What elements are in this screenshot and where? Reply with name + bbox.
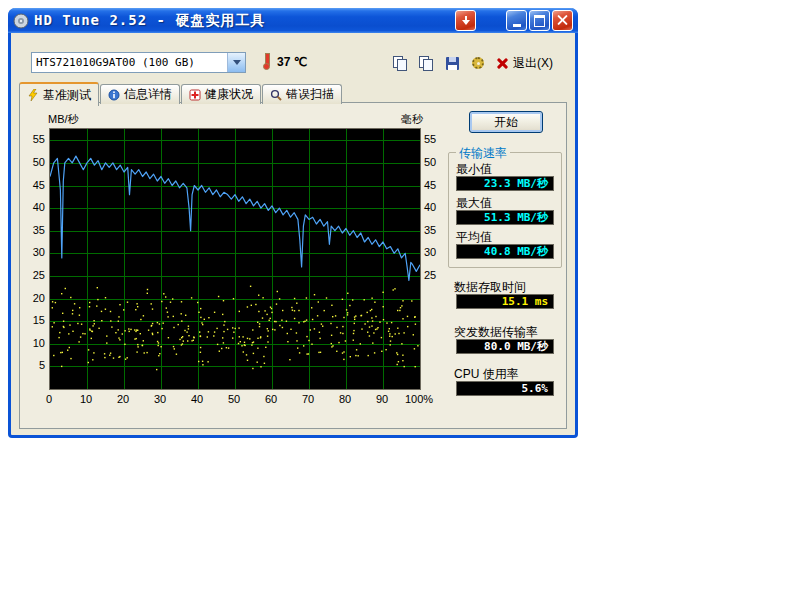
x-axis-tick: 90 bbox=[376, 393, 388, 405]
magnifier-icon bbox=[270, 89, 282, 101]
exit-label: 退出(X) bbox=[513, 55, 553, 72]
y-axis-tick-left: 10 bbox=[33, 337, 45, 349]
x-axis-tick: 0 bbox=[46, 393, 52, 405]
window-title: HD Tune 2.52 - 硬盘实用工具 bbox=[34, 12, 265, 30]
copy-icon bbox=[393, 56, 407, 71]
thermometer-icon bbox=[263, 53, 270, 70]
app-icon bbox=[13, 13, 29, 29]
y-axis-tick-left: 30 bbox=[33, 246, 45, 258]
tab-strip: 基准测试 信息详情 健康状况 错误扫描 bbox=[19, 82, 342, 106]
right-axis-title: 毫秒 bbox=[401, 112, 423, 127]
x-axis-tick: 40 bbox=[191, 393, 203, 405]
y-axis-tick-right: 30 bbox=[424, 246, 436, 258]
avg-value: 40.8 MB/秒 bbox=[484, 244, 548, 259]
tab-health-label: 健康状况 bbox=[205, 86, 253, 103]
tab-info-label: 信息详情 bbox=[124, 86, 172, 103]
y-axis-tick-left: 40 bbox=[33, 201, 45, 213]
tab-health[interactable]: 健康状况 bbox=[181, 84, 261, 104]
burst-rate-value: 80.0 MB/秒 bbox=[484, 339, 548, 354]
copy-screenshot-button[interactable] bbox=[387, 50, 413, 76]
max-value: 51.3 MB/秒 bbox=[484, 210, 548, 225]
benchmark-icon bbox=[27, 89, 39, 101]
options-button[interactable] bbox=[465, 50, 491, 76]
exit-x-icon bbox=[497, 58, 508, 69]
cpu-usage-value-box: 5.6% bbox=[456, 381, 554, 396]
tab-error-scan[interactable]: 错误扫描 bbox=[262, 84, 342, 104]
y-axis-tick-left: 25 bbox=[33, 269, 45, 281]
y-axis-tick-right: 50 bbox=[424, 156, 436, 168]
x-axis-tick: 10 bbox=[80, 393, 92, 405]
y-axis-tick-left: 15 bbox=[33, 314, 45, 326]
y-axis-tick-left: 35 bbox=[33, 224, 45, 236]
hd-tune-window: HD Tune 2.52 - 硬盘实用工具 HTS721010G9AT00 (1… bbox=[8, 8, 578, 438]
copy-info-button[interactable] bbox=[413, 50, 439, 76]
exit-button[interactable]: 退出(X) bbox=[497, 52, 553, 74]
maximize-icon bbox=[534, 15, 545, 27]
burst-rate-value-box: 80.0 MB/秒 bbox=[456, 339, 554, 354]
tab-info[interactable]: 信息详情 bbox=[100, 84, 180, 104]
x-axis-tick: 20 bbox=[117, 393, 129, 405]
benchmark-tab-panel: MB/秒 毫秒 开始 传输速率 最小值 23.3 MB/秒 最大值 51.3 M… bbox=[19, 102, 567, 429]
update-available-button[interactable] bbox=[455, 10, 476, 31]
transfer-rate-group: 传输速率 最小值 23.3 MB/秒 最大值 51.3 MB/秒 平均值 40.… bbox=[448, 152, 562, 268]
x-axis-tick: 50 bbox=[228, 393, 240, 405]
y-axis-tick-right: 45 bbox=[424, 179, 436, 191]
start-button[interactable]: 开始 bbox=[469, 111, 543, 133]
y-axis-tick-left: 50 bbox=[33, 156, 45, 168]
drive-selector-dropdown[interactable]: HTS721010G9AT00 (100 GB) bbox=[31, 52, 246, 73]
titlebar[interactable]: HD Tune 2.52 - 硬盘实用工具 bbox=[8, 8, 578, 33]
y-axis-tick-left: 5 bbox=[39, 359, 45, 371]
y-axis-tick-right: 40 bbox=[424, 201, 436, 213]
tab-benchmark-label: 基准测试 bbox=[43, 87, 91, 104]
transfer-rate-title: 传输速率 bbox=[456, 145, 510, 162]
x-axis-tick: 100% bbox=[405, 393, 433, 405]
tab-benchmark[interactable]: 基准测试 bbox=[19, 82, 99, 106]
left-axis-title: MB/秒 bbox=[48, 112, 79, 127]
y-axis-tick-right: 55 bbox=[424, 133, 436, 145]
chart-canvas bbox=[50, 129, 420, 389]
avg-value-box: 40.8 MB/秒 bbox=[456, 244, 554, 259]
health-cross-icon bbox=[189, 89, 201, 101]
min-value-box: 23.3 MB/秒 bbox=[456, 176, 554, 191]
x-axis-tick: 70 bbox=[302, 393, 314, 405]
tab-error-scan-label: 错误扫描 bbox=[286, 86, 334, 103]
y-axis-tick-right: 25 bbox=[424, 269, 436, 281]
gear-icon bbox=[472, 57, 484, 69]
y-axis-tick-left: 55 bbox=[33, 133, 45, 145]
cpu-usage-value: 5.6% bbox=[522, 382, 549, 395]
close-button[interactable] bbox=[552, 10, 573, 31]
y-axis-tick-left: 20 bbox=[33, 292, 45, 304]
save-screenshot-button[interactable] bbox=[439, 50, 465, 76]
floppy-disk-icon bbox=[446, 57, 459, 70]
copy-text-icon bbox=[419, 56, 433, 71]
x-axis-tick: 80 bbox=[339, 393, 351, 405]
benchmark-plot bbox=[49, 128, 421, 390]
download-arrow-icon bbox=[462, 16, 470, 26]
chevron-down-icon[interactable] bbox=[227, 53, 245, 72]
info-icon bbox=[108, 89, 120, 101]
x-axis-tick: 30 bbox=[154, 393, 166, 405]
window-body: HTS721010G9AT00 (100 GB) 37 ℃ 退出(X) 基准测试… bbox=[11, 33, 575, 432]
access-time-value: 15.1 ms bbox=[502, 295, 548, 308]
y-axis-tick-left: 45 bbox=[33, 179, 45, 191]
close-icon bbox=[557, 15, 568, 26]
max-value-box: 51.3 MB/秒 bbox=[456, 210, 554, 225]
x-axis-tick: 60 bbox=[265, 393, 277, 405]
minimize-icon bbox=[513, 24, 521, 27]
temperature-value: 37 ℃ bbox=[277, 55, 307, 69]
y-axis-tick-right: 35 bbox=[424, 224, 436, 236]
maximize-button[interactable] bbox=[529, 10, 550, 31]
minimize-button[interactable] bbox=[506, 10, 527, 31]
drive-selector-value: HTS721010G9AT00 (100 GB) bbox=[36, 56, 195, 69]
access-time-value-box: 15.1 ms bbox=[456, 294, 554, 309]
min-value: 23.3 MB/秒 bbox=[484, 176, 548, 191]
